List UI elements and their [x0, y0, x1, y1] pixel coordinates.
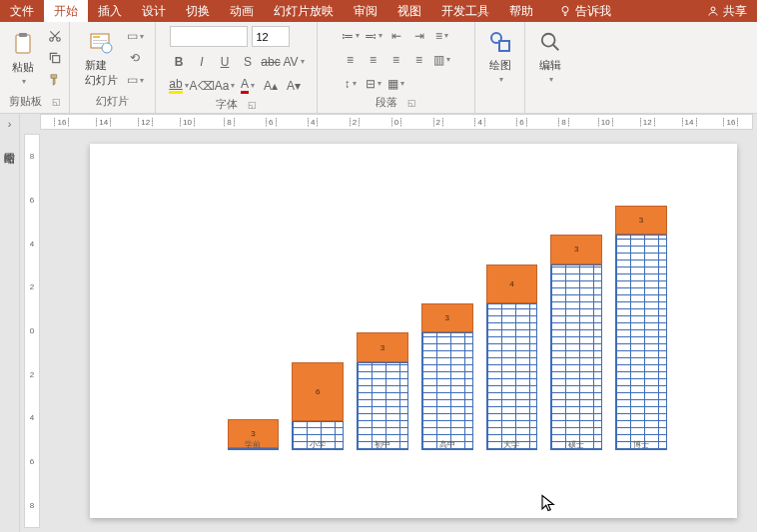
bullets-button[interactable]: ≔▾	[341, 26, 360, 45]
bar-value: 6	[292, 362, 344, 421]
highlight-button[interactable]: ab▾	[170, 76, 189, 95]
x-label: 高中	[414, 439, 479, 450]
person-icon	[707, 5, 719, 17]
bar-value: 4	[486, 265, 538, 303]
chevron-down-icon: ▾	[499, 75, 503, 84]
tell-me[interactable]: 告诉我	[549, 0, 621, 22]
dialog-launcher-icon[interactable]: ◱	[407, 98, 416, 108]
layout-icon[interactable]: ▭▾	[126, 27, 145, 46]
line-spacing-button[interactable]: ≡▾	[432, 26, 451, 45]
new-slide-label: 新建 幻灯片	[85, 58, 118, 88]
x-label: 大学	[479, 439, 544, 450]
align-center-button[interactable]: ≡	[364, 50, 382, 69]
italic-button[interactable]: I	[193, 52, 212, 71]
slide-canvas[interactable]: 3学前6小学3初中3高中4大学3硕士3博士	[90, 144, 737, 518]
slides-group-label: 幻灯片	[96, 94, 129, 109]
bulb-icon	[559, 5, 571, 17]
share-label: 共享	[723, 3, 747, 20]
tab-help[interactable]: 帮助	[499, 0, 543, 22]
bar-小学[interactable]: 6小学	[286, 196, 351, 450]
x-label: 小学	[286, 439, 351, 450]
tab-animation[interactable]: 动画	[220, 0, 264, 22]
align-left-button[interactable]: ≡	[341, 50, 360, 69]
svg-point-14	[542, 34, 555, 47]
workspace: › 缩略图 ┊16┊┊14┊┊12┊┊10┊┊8┊┊6┊┊4┊┊2┊┊0┊┊2┊…	[0, 114, 757, 532]
tab-view[interactable]: 视图	[387, 0, 431, 22]
dialog-launcher-icon[interactable]: ◱	[52, 97, 61, 107]
format-painter-icon[interactable]	[45, 70, 64, 89]
search-icon	[536, 28, 564, 56]
new-slide-button[interactable]: 新建 幻灯片	[81, 26, 122, 90]
font-color-button[interactable]: A▾	[239, 76, 258, 95]
x-label: 初中	[351, 439, 415, 450]
spacing-button[interactable]: AV▾	[285, 52, 304, 71]
chart[interactable]: 3学前6小学3初中3高中4大学3硕士3博士	[190, 214, 707, 468]
tab-dev[interactable]: 开发工具	[431, 0, 499, 22]
bar-硕士[interactable]: 3硕士	[544, 196, 609, 450]
group-edit: 编辑 ▾	[525, 22, 575, 113]
indent-dec-button[interactable]: ⇤	[386, 26, 405, 45]
section-icon[interactable]: ▭▾	[126, 71, 145, 90]
ruler-horizontal: ┊16┊┊14┊┊12┊┊10┊┊8┊┊6┊┊4┊┊2┊┊0┊┊2┊┊4┊┊6┊…	[40, 114, 753, 130]
indent-inc-button[interactable]: ⇥	[409, 26, 428, 45]
x-label: 硕士	[544, 439, 609, 450]
columns-button[interactable]: ▥▾	[432, 50, 451, 69]
align-right-button[interactable]: ≡	[386, 50, 405, 69]
tab-home[interactable]: 开始	[44, 0, 88, 22]
bar-博士[interactable]: 3博士	[609, 196, 674, 450]
paste-button[interactable]: 粘贴 ▾	[5, 28, 41, 88]
x-label: 博士	[609, 439, 674, 450]
underline-button[interactable]: U	[216, 52, 235, 71]
cut-icon[interactable]	[45, 26, 64, 45]
shadow-button[interactable]: S	[239, 52, 258, 71]
title-tabs: 文件 开始 插入 设计 切换 动画 幻灯片放映 审阅 视图 开发工具 帮助 告诉…	[0, 0, 757, 22]
copy-icon[interactable]	[45, 48, 64, 67]
justify-button[interactable]: ≡	[409, 50, 428, 69]
tab-design[interactable]: 设计	[132, 0, 176, 22]
svg-point-0	[562, 7, 568, 13]
group-font: B I U S abc AV▾ ab▾ A⌫ Aa▾ A▾ A▴ A▾ 字体◱	[156, 22, 318, 113]
bar-base	[550, 265, 602, 450]
group-paragraph: ≔▾ ≕▾ ⇤ ⇥ ≡▾ ≡ ≡ ≡ ≡ ▥▾ ↕▾ ⊟▾ ▦▾ 段落◱	[318, 22, 475, 113]
strike-button[interactable]: abc	[262, 52, 281, 71]
clear-format-button[interactable]: A⌫	[193, 76, 212, 95]
font-group-label: 字体	[216, 97, 238, 112]
shrink-font-button[interactable]: A▾	[285, 76, 304, 95]
tab-review[interactable]: 审阅	[344, 0, 387, 22]
bar-base	[357, 362, 408, 450]
chevron-down-icon: ▾	[22, 77, 26, 86]
dialog-launcher-icon[interactable]: ◱	[248, 100, 257, 110]
share-button[interactable]: 共享	[697, 0, 757, 22]
svg-rect-3	[19, 33, 27, 37]
font-size-input[interactable]	[252, 26, 290, 47]
tab-transition[interactable]: 切换	[176, 0, 220, 22]
grow-font-button[interactable]: A▴	[262, 76, 281, 95]
bar-初中[interactable]: 3初中	[351, 196, 415, 450]
tab-insert[interactable]: 插入	[88, 0, 132, 22]
bar-大学[interactable]: 4大学	[479, 196, 544, 450]
bold-button[interactable]: B	[170, 52, 189, 71]
group-clipboard: 粘贴 ▾ 剪贴板◱	[0, 22, 70, 113]
numbering-button[interactable]: ≕▾	[364, 26, 382, 45]
text-direction-button[interactable]: ↕▾	[341, 74, 360, 93]
font-family-input[interactable]	[170, 26, 248, 47]
new-slide-icon	[87, 28, 115, 56]
edit-button[interactable]: 编辑 ▾	[532, 26, 568, 86]
thumbnail-pane-collapsed[interactable]: › 缩略图	[0, 114, 20, 532]
bar-学前[interactable]: 3学前	[221, 196, 286, 450]
svg-point-9	[102, 43, 112, 53]
tab-slideshow[interactable]: 幻灯片放映	[264, 0, 344, 22]
bar-base	[421, 332, 473, 450]
bar-高中[interactable]: 3高中	[414, 196, 479, 450]
clipboard-icon	[9, 30, 37, 58]
tab-file[interactable]: 文件	[0, 0, 44, 22]
group-draw: 绘图 ▾	[475, 22, 525, 113]
smartart-button[interactable]: ▦▾	[386, 74, 405, 93]
svg-rect-10	[93, 40, 107, 41]
svg-rect-11	[93, 43, 107, 44]
reset-icon[interactable]: ⟲	[126, 49, 145, 68]
case-button[interactable]: Aa▾	[216, 76, 235, 95]
draw-button[interactable]: 绘图 ▾	[482, 26, 518, 86]
bar-value: 3	[550, 235, 602, 264]
align-text-button[interactable]: ⊟▾	[364, 74, 382, 93]
